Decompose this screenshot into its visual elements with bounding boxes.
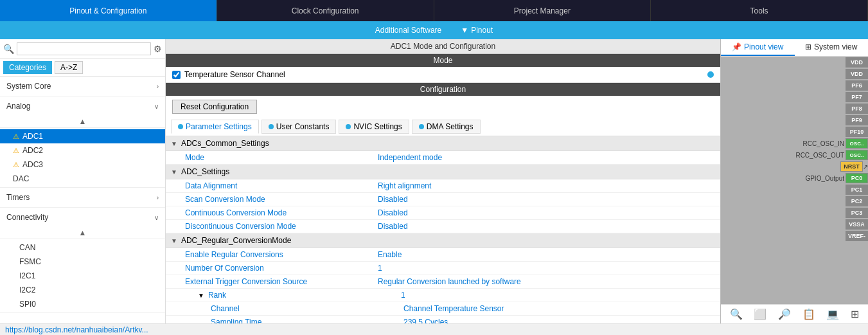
tab-parameter-settings[interactable]: Parameter Settings: [171, 120, 259, 134]
chevron-right-icon-timers: ›: [157, 194, 159, 201]
top-navigation: Pinout & Configuration Clock Configurati…: [0, 0, 868, 21]
reset-config-button[interactable]: Reset Configuration: [172, 100, 257, 114]
sidebar-item-adc2[interactable]: ⚠ ADC2: [0, 143, 165, 158]
table-row: ▼ Rank 1: [166, 289, 720, 302]
sidebar-item-spi0[interactable]: SPI0: [0, 297, 165, 311]
tab-dot-user: [269, 124, 274, 129]
pin-label-rcc-osc-in: RCC_OSC_IN: [801, 140, 846, 147]
pin-row-pf10: PF10: [795, 126, 868, 138]
second-navigation: Additional Software ▼ Pinout: [0, 21, 868, 39]
section-header-connectivity[interactable]: Connectivity ∨: [0, 208, 165, 227]
pin-box-pf6: PF6: [846, 80, 868, 91]
sidebar-item-dac[interactable]: DAC: [0, 172, 165, 186]
tab-user-constants[interactable]: User Constants: [261, 120, 337, 134]
group-header-adc-regular[interactable]: ▼ ADC_Regular_ConversionMode: [166, 233, 720, 248]
tab-system-view[interactable]: ⊞ System view: [795, 39, 869, 56]
pin-row-rcc-osc-in: RCC_OSC_IN OSC..: [795, 138, 868, 149]
sidebar-item-i2c2[interactable]: I2C2: [0, 283, 165, 297]
temperature-sensor-checkbox[interactable]: [172, 71, 181, 79]
nav-pinout[interactable]: ▼ Pinout: [461, 26, 493, 35]
fit-screen-icon[interactable]: ⬜: [754, 308, 766, 320]
sidebar-item-adc1[interactable]: ⚠ ADC1: [0, 129, 165, 143]
pin-box-rcc-osc-in: OSC..: [846, 138, 868, 149]
pin-box-rcc-osc-out: OSC..: [846, 150, 868, 160]
pin-label-gpio-output: GPIO_Output: [801, 175, 846, 182]
sidebar-item-adc3[interactable]: ⚠ ADC3: [0, 158, 165, 172]
right-panel-tab-bar: 📌 Pinout view ⊞ System view: [721, 39, 868, 57]
pinout-icon: 📌: [732, 42, 741, 51]
group-header-adc-settings[interactable]: ▼ ADC_Settings: [166, 165, 720, 179]
pin-row-vdd2: VDD: [795, 68, 868, 80]
collapse-icon-2: ▼: [171, 168, 177, 176]
nav-project-manager[interactable]: Project Manager: [434, 0, 651, 21]
pin-box-pf10: PF10: [846, 127, 868, 137]
pin-box-vref: VREF-: [846, 231, 868, 241]
group-adcs-common: ▼ ADCs_Common_Settings Mode Independent …: [166, 136, 720, 165]
tab-pinout-view[interactable]: 📌 Pinout view: [721, 39, 795, 56]
main-area: 🔍 ⚙ Categories A->Z System Core ›: [0, 39, 868, 323]
mode-bar: Mode: [166, 54, 720, 67]
collapse-icon-3: ▼: [171, 237, 177, 244]
nav-clock-config[interactable]: Clock Configuration: [217, 0, 434, 21]
analog-items: ⚠ ADC1 ⚠ ADC2 ⚠ ADC3 DAC: [0, 128, 165, 187]
tab-dot-nvic: [346, 124, 351, 129]
zoom-out-icon[interactable]: 🔎: [778, 308, 791, 320]
tab-categories[interactable]: Categories: [3, 61, 52, 74]
search-icon: 🔍: [3, 44, 14, 54]
section-connectivity: Connectivity ∨ ▲ CAN FSMC I2C1 I2C2 SPI0: [0, 208, 165, 313]
pin-box-pf8: PF8: [846, 104, 868, 114]
sidebar-item-fsmc[interactable]: FSMC: [0, 255, 165, 269]
search-input[interactable]: [17, 42, 151, 55]
temperature-sensor-row: Temperature Sensor Channel: [172, 70, 714, 79]
pin-row-pc0: GPIO_Output PC0: [795, 172, 868, 184]
warn-icon-adc1: ⚠: [13, 132, 19, 141]
pinout-area: VDD VDD PF6 PF7 PF8 PF9 PF10: [721, 57, 868, 304]
grid-icon[interactable]: ⊞: [851, 308, 859, 320]
section-header-timers[interactable]: Timers ›: [0, 188, 165, 207]
pin-box-pc0: PC0: [846, 173, 868, 183]
right-panel: 📌 Pinout view ⊞ System view VDD VDD PF6: [720, 39, 868, 323]
pin-row-pc1: PC1: [795, 184, 868, 195]
sidebar-item-i2c1[interactable]: I2C1: [0, 269, 165, 283]
section-system-core: System Core ›: [0, 77, 165, 96]
status-bar: https://blog.csdn.net/nanhuaibeian/Artkv…: [0, 323, 868, 335]
nrst-arrow-icon: ↗: [863, 163, 868, 170]
nav-additional-software[interactable]: Additional Software: [375, 26, 441, 35]
monitor-icon[interactable]: 💻: [826, 308, 839, 320]
connectivity-items: CAN FSMC I2C1 I2C2 SPI0: [0, 239, 165, 312]
table-row: Number Of Conversion 1: [166, 262, 720, 275]
settings-area: ▼ ADCs_Common_Settings Mode Independent …: [166, 136, 720, 323]
center-panel: ADC1 Mode and Configuration Mode Tempera…: [166, 39, 720, 323]
center-panel-title: ADC1 Mode and Configuration: [166, 39, 720, 54]
sidebar-search-bar: 🔍 ⚙: [0, 39, 165, 59]
pin-box-vssa: VSSA: [846, 219, 868, 230]
pin-box-pc2: PC2: [846, 196, 868, 206]
pin-row-pf8: PF8: [795, 103, 868, 114]
section-header-system-core[interactable]: System Core ›: [0, 77, 165, 96]
scroll-up-arrow[interactable]: ▲: [0, 116, 165, 128]
pin-row-pc3: PC3: [795, 207, 868, 219]
sidebar-tab-bar: Categories A->Z: [0, 59, 165, 77]
status-dot: [707, 71, 714, 78]
table-row: Continuous Conversion Mode Disabled: [166, 206, 720, 220]
sidebar-item-can[interactable]: CAN: [0, 240, 165, 255]
nav-pinout-config[interactable]: Pinout & Configuration: [0, 0, 217, 21]
pin-box-vdd2: VDD: [846, 69, 868, 79]
section-header-analog[interactable]: Analog ∨: [0, 96, 165, 116]
group-header-adcs-common[interactable]: ▼ ADCs_Common_Settings: [166, 136, 720, 151]
config-section: Reset Configuration Parameter Settings U…: [166, 96, 720, 136]
scroll-up-arrow-connectivity[interactable]: ▲: [0, 227, 165, 239]
pin-row-vref: VREF-: [795, 230, 868, 242]
pin-row-vdd1: VDD: [795, 57, 868, 68]
sidebar-content: System Core › Analog ∨ ▲ ⚠ ADC1 ⚠: [0, 77, 165, 323]
copy-icon[interactable]: 📋: [802, 308, 815, 320]
tab-nvic-settings[interactable]: NVIC Settings: [339, 120, 409, 134]
tab-dot-dma: [419, 124, 424, 129]
pin-box-nrst: NRST: [840, 161, 863, 172]
nav-tools[interactable]: Tools: [651, 0, 868, 21]
gear-icon[interactable]: ⚙: [154, 44, 162, 54]
tab-az[interactable]: A->Z: [55, 61, 83, 74]
zoom-in-icon[interactable]: 🔍: [730, 308, 743, 320]
tab-dma-settings[interactable]: DMA Settings: [412, 120, 481, 134]
sidebar: 🔍 ⚙ Categories A->Z System Core ›: [0, 39, 166, 323]
